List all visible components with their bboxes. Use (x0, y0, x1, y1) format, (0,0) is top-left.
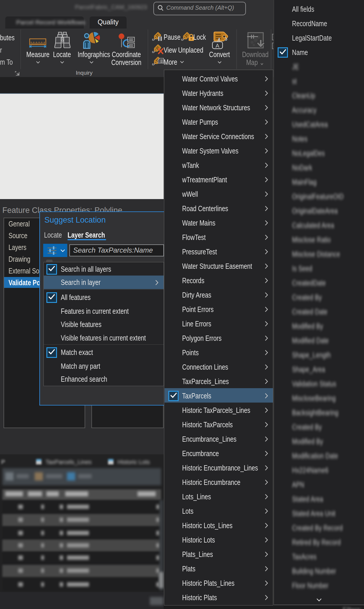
svg-text:A: A (216, 43, 219, 49)
